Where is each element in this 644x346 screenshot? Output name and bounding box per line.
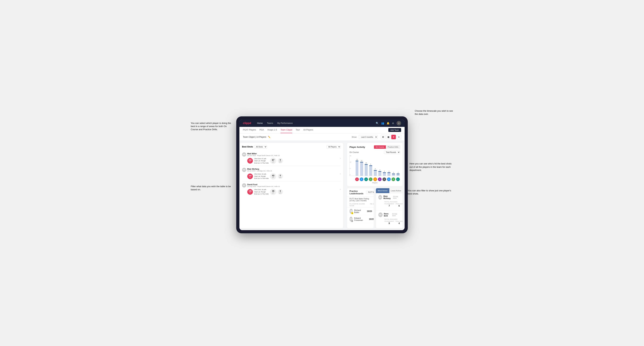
- tab-least-active[interactable]: Least Active: [390, 188, 403, 193]
- practice-filter-select[interactable]: PUTT Must Make Putting ...: [366, 191, 374, 194]
- bar-4: [374, 170, 377, 176]
- y-label-10: 10: [350, 161, 351, 163]
- chart-avatar-8: E: [391, 177, 396, 181]
- people-icon[interactable]: 👥: [381, 122, 384, 125]
- search-icon[interactable]: 🔍: [376, 122, 379, 125]
- bars-container: 13 12 10 9 5 4 3 3: [355, 155, 400, 176]
- chevron-right-1: ›: [340, 172, 341, 175]
- activity-date-0: 26 Aug 2023: [393, 195, 400, 199]
- avatar-circle-1: R: [360, 177, 364, 181]
- nav-link-teams[interactable]: Teams: [267, 121, 273, 125]
- bar-highlight-4: [374, 170, 377, 171]
- shot-card-2[interactable]: DF David Ford 24 Aug 2023 · Royal North …: [242, 181, 341, 197]
- best-shots-filter2[interactable]: All Players: [326, 145, 341, 149]
- toggle-practice-drills[interactable]: Practice Drills: [386, 145, 400, 149]
- bar-1: [360, 162, 363, 176]
- shot-info-text-1: Shot Dist: 43 ydsStart Lie: RoughEnd Lie…: [254, 173, 268, 180]
- shot-details-row-1: 200 SG Shot Dist: 43 ydsStart Lie: Rough…: [247, 173, 338, 180]
- shot-player-avatar-2: DF: [242, 183, 246, 187]
- annotation-top-left: You can select which player is doing the…: [191, 122, 233, 131]
- bar-value-2: 10: [366, 162, 367, 164]
- activity-tournament-col-1: Tournament 8: [384, 220, 394, 224]
- view-grid4-button[interactable]: ⊞: [381, 135, 385, 139]
- best-shots-filter1[interactable]: All Shots: [254, 145, 267, 149]
- chart-sub-title: On Course: [350, 151, 359, 153]
- shot-dist-unit-1: yds: [272, 177, 274, 178]
- bar-group-8: 2: [392, 155, 396, 176]
- annotation-text-bottom-left: Filter what data you wish the table to b…: [191, 185, 231, 191]
- show-select[interactable]: Last 3 months Last month Last 6 months L…: [359, 135, 378, 139]
- shot-badge-num-1: 200: [249, 175, 252, 177]
- bar-5: [378, 171, 381, 176]
- tab-all-players[interactable]: All Players: [303, 127, 313, 133]
- toggle-on-course[interactable]: On Course: [374, 145, 386, 149]
- rank-badge-0: 1: [351, 212, 354, 214]
- chart-avatar-2: D: [364, 177, 368, 181]
- shot-dist-unit-2: yds: [272, 192, 274, 194]
- avatar-circle-9: L: [396, 177, 400, 181]
- add-icon[interactable]: ⊕: [392, 122, 394, 125]
- nav-link-home[interactable]: Home: [257, 121, 263, 125]
- user-avatar[interactable]: U: [396, 121, 401, 126]
- bar-highlight-1: [360, 162, 363, 163]
- shot-player-meta-2: 24 Aug 2023 · Royal North Devon GC, Hole…: [247, 185, 280, 187]
- tab-pgat-players[interactable]: PGAT Players: [243, 127, 256, 133]
- view-list-button[interactable]: ≡: [396, 135, 401, 139]
- add-team-button[interactable]: Add Team: [388, 128, 401, 132]
- y-label-5: 5: [350, 168, 351, 169]
- activity-rounds-row-0: Tournament 7 Practice 6: [384, 203, 403, 207]
- y-label-15: 15: [350, 155, 351, 157]
- bar-value-8: 2: [393, 172, 394, 173]
- view-heart-button[interactable]: ♥: [391, 135, 396, 139]
- shot-badge-2: 198 SG: [247, 189, 253, 195]
- chart-avatar-6: R: [382, 177, 386, 181]
- activity-practice-header-0: Practice: [396, 203, 402, 205]
- activity-practice-header-1: Practice: [396, 220, 402, 222]
- nav-link-my-performance[interactable]: My Performance: [277, 121, 292, 125]
- activity-rounds-row-1: Tournament 8 Practice 4: [384, 220, 403, 224]
- shot-player-name-2: David Ford: [247, 183, 280, 185]
- tab-hcaps[interactable]: Hcaps 1-5: [268, 127, 277, 133]
- tabbar: PGAT Players PGA Hcaps 1-5 Team Clippd T…: [240, 127, 404, 133]
- bar-highlight-0: [356, 161, 358, 161]
- activity-tournament-col-0: Tournament 7: [384, 203, 394, 207]
- activity-player-card-0: BM Blair McHarg 26 Aug 2023 Total Rounds…: [376, 193, 403, 211]
- shot-dist-badge-2: 16 yds: [270, 189, 276, 195]
- chart-avatar-7: M: [386, 177, 391, 181]
- shot-dist-num-0: 67: [272, 159, 274, 161]
- practice-leaderboards-panel: Practice Leaderboards PUTT Must Make Put…: [347, 188, 374, 228]
- shot-card-0[interactable]: MM Matt Miller 09 Jun 2023 · Royal North…: [242, 151, 341, 166]
- x-axis-title: Players: [350, 182, 400, 184]
- main-content: Player Activity On Course Practice Drill…: [240, 141, 404, 230]
- bar-3: [369, 165, 372, 176]
- practice-player-cell-0: RB 1 Richard Butler: [350, 209, 362, 214]
- shot-player-meta-1: 23 Jul 2023 · Ashridge GC, Hole 15: [247, 170, 272, 172]
- view-grid2-button[interactable]: ▦: [386, 135, 390, 139]
- bar-highlight-6: [383, 172, 386, 173]
- practice-table-header: PLAYER NAME PB SCORE PB AVG SQ: [347, 202, 374, 207]
- shot-card-1[interactable]: BM Blair McHarg 23 Jul 2023 · Ashridge G…: [242, 166, 341, 181]
- team-name-label: Team Clippd | 14 Players: [243, 136, 266, 138]
- bar-highlight-5: [378, 171, 381, 172]
- tab-tour[interactable]: Tour: [296, 127, 300, 133]
- bell-icon[interactable]: 🔔: [386, 122, 390, 125]
- chart-avatar-0: B: [355, 177, 359, 181]
- bar-8: [392, 173, 395, 176]
- chart-filter-select[interactable]: Total Rounds Shots Players: [384, 151, 400, 154]
- shot-zero-num-1: 0: [280, 174, 281, 176]
- y-axis-labels: 15 10 5 0: [350, 155, 351, 176]
- edit-icon[interactable]: ✏️: [268, 136, 270, 138]
- tab-pga[interactable]: PGA: [260, 127, 264, 133]
- bar-value-7: 3: [388, 170, 389, 172]
- chart-avatar-1: R: [359, 177, 364, 181]
- bar-6: [383, 172, 386, 176]
- col-header-name: PLAYER NAME: [350, 203, 356, 206]
- activity-player-header-0: BM Blair McHarg 26 Aug 2023: [378, 195, 400, 199]
- avatar-circle-3: J: [369, 177, 372, 181]
- tab-team-clippd[interactable]: Team Clippd: [280, 127, 292, 133]
- shot-badge-num-0: 200: [249, 159, 252, 161]
- practice-row-1: EC 2 Edward Crossman 18/20 107: [347, 215, 374, 223]
- shot-player-info-1: BM Blair McHarg 23 Jul 2023 · Ashridge G…: [242, 168, 338, 180]
- tab-most-active[interactable]: Most Active: [376, 188, 390, 193]
- bar-group-1: 12: [360, 155, 364, 176]
